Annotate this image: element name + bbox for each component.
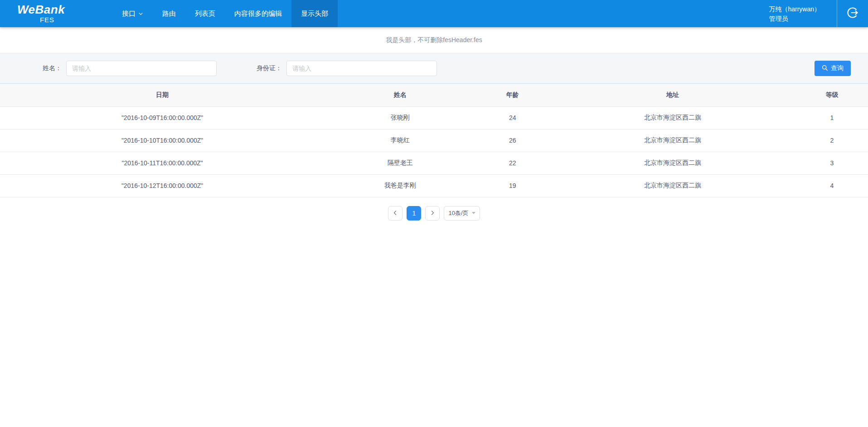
id-field-label: 身份证： [257, 64, 282, 72]
search-icon [822, 65, 828, 72]
cell-date: "2016-10-10T16:00:00.000Z" [0, 129, 325, 152]
prev-page-button[interactable] [388, 206, 402, 221]
cell-level: 4 [796, 174, 868, 197]
user-role: 管理员 [769, 14, 820, 23]
cell-level: 3 [796, 152, 868, 174]
logout-icon [846, 6, 859, 21]
brand-title: WeBank [17, 3, 77, 16]
nav-item-show-header[interactable]: 显示头部 [291, 0, 338, 27]
cell-age: 22 [475, 152, 549, 174]
table-row: "2016-10-10T16:00:00.000Z" 李晓红 26 北京市海淀区… [0, 129, 868, 152]
brand-subtitle: FES [17, 16, 77, 24]
page-header-text: 我是头部，不可删除fesHeader.fes [386, 36, 482, 44]
cell-name: 张晓刚 [325, 106, 475, 129]
table-row: "2016-10-11T16:00:00.000Z" 隔壁老王 22 北京市海淀… [0, 152, 868, 174]
cell-name: 李晓红 [325, 129, 475, 152]
page-header-band: 我是头部，不可删除fesHeader.fes [0, 27, 868, 53]
logout-button[interactable] [837, 0, 868, 27]
cell-address: 北京市海淀区西二旗 [549, 129, 796, 152]
id-field-group: 身份证： [257, 61, 437, 76]
table-header-row: 日期 姓名 年龄 地址 等级 [0, 84, 868, 106]
pagination: 1 10条/页 [0, 206, 868, 221]
navbar-spacer [338, 0, 769, 27]
column-header-age: 年龄 [475, 84, 549, 106]
cell-date: "2016-10-12T16:00:00.000Z" [0, 174, 325, 197]
user-info: 万纯（harrywan） 管理员 [769, 0, 820, 27]
cell-level: 2 [796, 129, 868, 152]
column-header-level: 等级 [796, 84, 868, 106]
column-header-address: 地址 [549, 84, 796, 106]
chevron-left-icon [393, 210, 398, 217]
nav-item-label: 路由 [162, 10, 176, 18]
search-button[interactable]: 查询 [815, 61, 851, 76]
cell-level: 1 [796, 106, 868, 129]
cell-date: "2016-10-11T16:00:00.000Z" [0, 152, 325, 174]
caret-down-icon [472, 212, 475, 214]
nav-item-label: 接口 [122, 10, 136, 18]
cell-age: 24 [475, 106, 549, 129]
page-number: 1 [412, 210, 416, 217]
next-page-button[interactable] [425, 206, 440, 221]
chevron-right-icon [430, 210, 435, 217]
table-row: "2016-10-12T16:00:00.000Z" 我爸是李刚 19 北京市海… [0, 174, 868, 197]
chevron-down-icon [138, 11, 143, 16]
page-number-button[interactable]: 1 [407, 206, 421, 221]
search-bar: 姓名： 身份证： 查询 [0, 53, 868, 84]
name-field-group: 姓名： [43, 61, 217, 76]
brand-logo[interactable]: WeBank FES [17, 0, 77, 27]
id-card-input[interactable] [286, 61, 437, 76]
cell-age: 19 [475, 174, 549, 197]
nav-item-long-edit[interactable]: 内容很多的编辑 [225, 0, 291, 27]
nav-item-label: 内容很多的编辑 [234, 10, 282, 18]
nav-item-api[interactable]: 接口 [112, 0, 153, 27]
nav-menu: 接口 路由 列表页 内容很多的编辑 显示头部 [112, 0, 338, 27]
nav-item-label: 列表页 [195, 10, 215, 18]
top-navbar: WeBank FES 接口 路由 列表页 内容很多的编辑 显示头部 万纯（har… [0, 0, 868, 27]
column-header-name: 姓名 [325, 84, 475, 106]
name-input[interactable] [66, 61, 217, 76]
nav-item-route[interactable]: 路由 [153, 0, 185, 27]
search-button-label: 查询 [831, 64, 844, 72]
cell-age: 26 [475, 129, 549, 152]
cell-name: 我爸是李刚 [325, 174, 475, 197]
nav-item-list-page[interactable]: 列表页 [185, 0, 225, 27]
cell-address: 北京市海淀区西二旗 [549, 152, 796, 174]
cell-address: 北京市海淀区西二旗 [549, 174, 796, 197]
cell-address: 北京市海淀区西二旗 [549, 106, 796, 129]
page-size-label: 10条/页 [448, 209, 468, 217]
user-name: 万纯（harrywan） [769, 5, 820, 13]
table-row: "2016-10-09T16:00:00.000Z" 张晓刚 24 北京市海淀区… [0, 106, 868, 129]
nav-item-label: 显示头部 [301, 10, 328, 18]
page-size-select[interactable]: 10条/页 [444, 206, 480, 221]
cell-name: 隔壁老王 [325, 152, 475, 174]
cell-date: "2016-10-09T16:00:00.000Z" [0, 106, 325, 129]
name-field-label: 姓名： [43, 64, 62, 72]
column-header-date: 日期 [0, 84, 325, 106]
data-table: 日期 姓名 年龄 地址 等级 "2016-10-09T16:00:00.000Z… [0, 84, 868, 197]
